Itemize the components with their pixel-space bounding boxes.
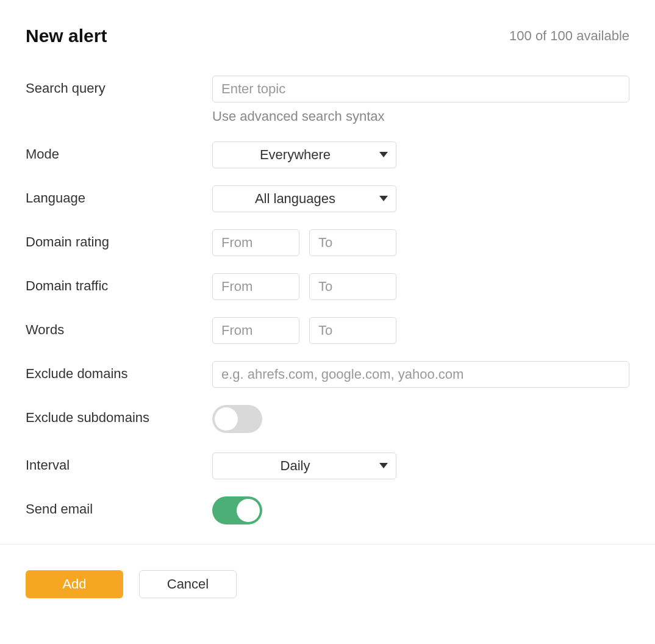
mode-label: Mode — [26, 141, 212, 162]
send-email-row: Send email — [26, 496, 629, 527]
domain-rating-label: Domain rating — [26, 229, 212, 250]
search-query-row: Search query Use advanced search syntax — [26, 76, 629, 124]
domain-rating-from-input[interactable] — [212, 229, 299, 256]
words-range — [212, 317, 629, 344]
new-alert-form: New alert 100 of 100 available Search qu… — [0, 0, 655, 527]
form-footer: Add Cancel — [0, 545, 655, 624]
interval-select[interactable]: Daily — [212, 453, 396, 479]
search-query-control: Use advanced search syntax — [212, 76, 629, 124]
search-query-label: Search query — [26, 76, 212, 96]
exclude-subdomains-row: Exclude subdomains — [26, 405, 629, 435]
interval-row: Interval Daily — [26, 453, 629, 479]
domain-traffic-from-input[interactable] — [212, 273, 299, 300]
interval-control: Daily — [212, 453, 629, 479]
language-row: Language All languages — [26, 185, 629, 212]
mode-select-wrap: Everywhere — [212, 141, 396, 168]
domain-traffic-label: Domain traffic — [26, 273, 212, 294]
interval-label: Interval — [26, 453, 212, 473]
domain-traffic-row: Domain traffic — [26, 273, 629, 300]
language-select[interactable]: All languages — [212, 185, 396, 212]
send-email-toggle[interactable] — [212, 496, 262, 524]
toggle-knob — [215, 407, 238, 431]
domain-traffic-range — [212, 273, 629, 300]
exclude-domains-row: Exclude domains — [26, 361, 629, 388]
exclude-subdomains-toggle[interactable] — [212, 405, 262, 433]
page-title: New alert — [26, 26, 107, 46]
add-button[interactable]: Add — [26, 570, 123, 598]
language-label: Language — [26, 185, 212, 206]
domain-rating-range — [212, 229, 629, 256]
exclude-domains-control — [212, 361, 629, 388]
exclude-subdomains-control — [212, 405, 629, 435]
words-to-input[interactable] — [309, 317, 396, 344]
search-query-input[interactable] — [212, 76, 629, 102]
domain-traffic-to-input[interactable] — [309, 273, 396, 300]
send-email-control — [212, 496, 629, 527]
mode-select[interactable]: Everywhere — [212, 141, 396, 168]
search-query-hint: Use advanced search syntax — [212, 109, 629, 124]
exclude-domains-input[interactable] — [212, 361, 629, 388]
cancel-button[interactable]: Cancel — [139, 570, 237, 598]
send-email-label: Send email — [26, 496, 212, 517]
exclude-subdomains-label: Exclude subdomains — [26, 405, 212, 426]
availability-text: 100 of 100 available — [509, 28, 629, 44]
words-from-input[interactable] — [212, 317, 299, 344]
domain-traffic-control — [212, 273, 629, 300]
exclude-domains-label: Exclude domains — [26, 361, 212, 382]
language-select-wrap: All languages — [212, 185, 396, 212]
interval-select-wrap: Daily — [212, 453, 396, 479]
domain-rating-row: Domain rating — [26, 229, 629, 256]
domain-rating-to-input[interactable] — [309, 229, 396, 256]
domain-rating-control — [212, 229, 629, 256]
form-header: New alert 100 of 100 available — [26, 26, 629, 46]
language-control: All languages — [212, 185, 629, 212]
words-label: Words — [26, 317, 212, 338]
toggle-knob — [237, 499, 260, 522]
mode-row: Mode Everywhere — [26, 141, 629, 168]
mode-control: Everywhere — [212, 141, 629, 168]
words-row: Words — [26, 317, 629, 344]
words-control — [212, 317, 629, 344]
